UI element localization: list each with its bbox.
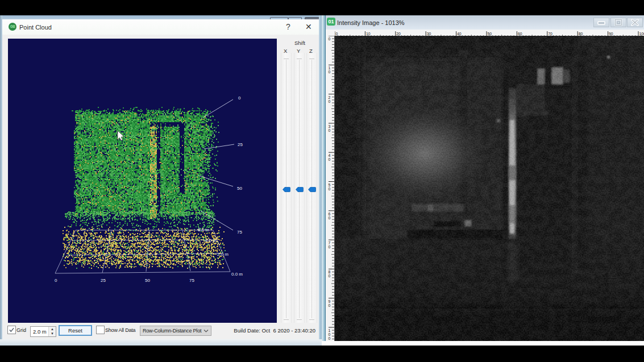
svg-text:0: 0: [329, 128, 331, 132]
svg-text:7: 7: [329, 241, 331, 245]
svg-text:0: 0: [329, 37, 331, 41]
svg-text:40: 40: [457, 32, 462, 36]
svg-text:50: 50: [145, 278, 150, 283]
svg-text:0: 0: [329, 332, 331, 336]
svg-text:1: 1: [329, 328, 331, 332]
svg-text:30: 30: [427, 32, 431, 36]
svg-text:100: 100: [639, 32, 644, 36]
svg-text:0: 0: [329, 216, 331, 220]
svg-text:60: 60: [518, 32, 522, 36]
svg-text:75: 75: [189, 278, 194, 283]
svg-text:3: 3: [329, 124, 331, 128]
svg-text:0: 0: [329, 157, 331, 161]
svg-text:0: 0: [55, 278, 57, 283]
svg-text:90: 90: [609, 32, 613, 36]
svg-text:0: 0: [329, 245, 331, 249]
svg-text:0: 0: [329, 303, 331, 307]
svg-text:8: 8: [329, 270, 331, 274]
svg-text:9: 9: [329, 299, 331, 303]
svg-text:70: 70: [548, 32, 552, 36]
svg-text:0.0 m: 0.0 m: [231, 272, 243, 277]
svg-text:25: 25: [238, 142, 243, 147]
svg-text:1: 1: [329, 66, 331, 70]
svg-text:75: 75: [237, 230, 242, 235]
svg-text:0: 0: [336, 32, 338, 36]
svg-text:0: 0: [329, 99, 331, 103]
svg-text:5: 5: [329, 183, 331, 187]
svg-text:4.0 m: 4.0 m: [205, 238, 217, 243]
svg-text:0: 0: [329, 274, 331, 278]
svg-text:25: 25: [101, 278, 106, 283]
svg-text:4: 4: [329, 153, 331, 157]
svg-text:50: 50: [488, 32, 492, 36]
svg-text:10: 10: [366, 32, 371, 36]
svg-text:6: 6: [329, 212, 331, 216]
svg-text:80: 80: [579, 32, 583, 36]
svg-text:50: 50: [237, 186, 242, 191]
svg-text:2: 2: [329, 95, 331, 99]
svg-text:20: 20: [396, 32, 401, 36]
svg-text:6.0 m: 6.0 m: [198, 227, 209, 232]
svg-text:0: 0: [329, 336, 331, 340]
svg-text:0: 0: [329, 187, 331, 191]
svg-text:2.0 m: 2.0 m: [217, 252, 228, 257]
svg-text:0: 0: [238, 95, 241, 101]
svg-text:0: 0: [329, 70, 331, 74]
